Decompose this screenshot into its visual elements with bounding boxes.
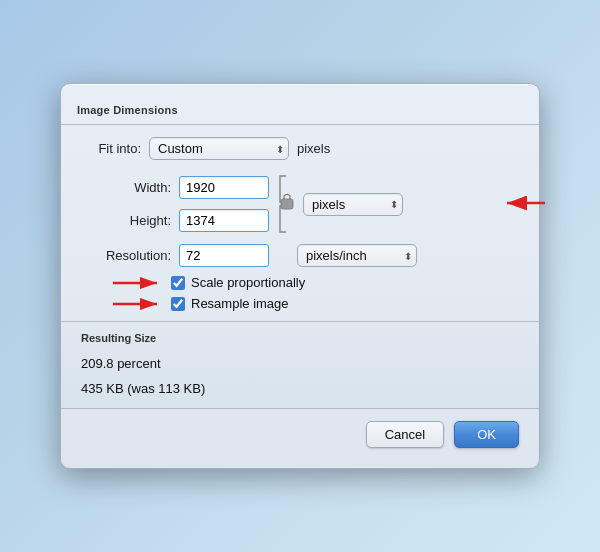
height-input[interactable] — [179, 209, 269, 232]
resolution-label: Resolution: — [81, 248, 171, 263]
fit-into-label: Fit into: — [81, 141, 141, 156]
scale-proportionally-checkbox[interactable] — [171, 276, 185, 290]
fit-into-select-wrapper: Custom 640x480 800x600 1024x768 1280x102… — [149, 137, 289, 160]
arrow-to-scale-icon — [113, 274, 165, 292]
resample-checkbox-row: Resample image — [61, 296, 539, 311]
fit-into-select[interactable]: Custom 640x480 800x600 1024x768 1280x102… — [149, 137, 289, 160]
button-row: Cancel OK — [61, 409, 539, 452]
svg-rect-0 — [281, 199, 293, 209]
arrow-to-pixels-select-icon — [497, 192, 547, 214]
resulting-file-size: 435 KB (was 113 KB) — [81, 379, 519, 398]
resample-image-label: Resample image — [191, 296, 289, 311]
scale-proportionally-label: Scale proportionally — [191, 275, 305, 290]
scale-checkbox-row: Scale proportionally — [61, 275, 539, 290]
arrow-to-resample-icon — [113, 295, 165, 313]
fit-pixels-label: pixels — [297, 141, 330, 156]
resample-image-checkbox[interactable] — [171, 297, 185, 311]
height-label: Height: — [81, 213, 171, 228]
resolution-unit-select[interactable]: pixels/inch pixels/cm — [297, 244, 417, 267]
width-label: Width: — [81, 180, 171, 195]
resulting-percent: 209.8 percent — [81, 354, 519, 373]
image-dimensions-dialog: Image Dimensions Fit into: Custom 640x48… — [60, 83, 540, 469]
resulting-size-section: Resulting Size 209.8 percent 435 KB (was… — [61, 321, 539, 409]
section-title: Image Dimensions — [61, 100, 539, 124]
ok-button[interactable]: OK — [454, 421, 519, 448]
resulting-size-header: Resulting Size — [81, 332, 519, 344]
pixel-unit-select[interactable]: pixels percent inches cm mm — [303, 193, 403, 216]
resolution-input[interactable] — [179, 244, 269, 267]
width-input[interactable] — [179, 176, 269, 199]
lock-bracket-icon — [275, 174, 297, 234]
cancel-button[interactable]: Cancel — [366, 421, 444, 448]
pixel-unit-select-wrapper: pixels percent inches cm mm — [303, 193, 403, 216]
resolution-unit-select-wrapper: pixels/inch pixels/cm — [297, 244, 417, 267]
resolution-row: Resolution: pixels/inch pixels/cm — [61, 244, 539, 267]
